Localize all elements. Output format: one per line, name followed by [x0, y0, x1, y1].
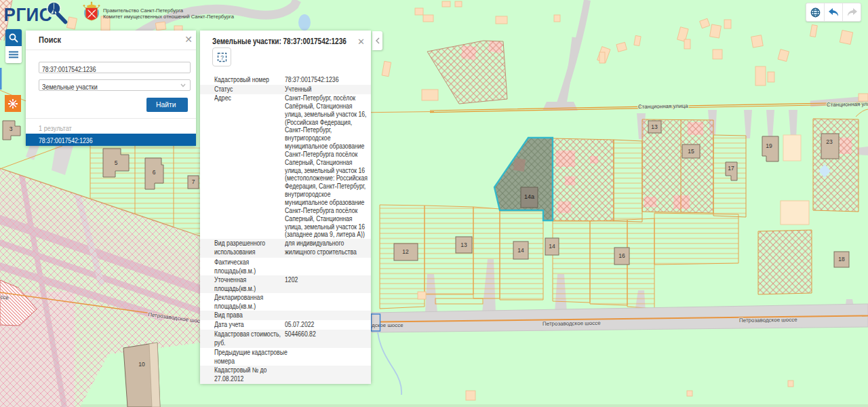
svg-text:6: 6	[153, 169, 156, 176]
svg-text:16: 16	[618, 252, 625, 259]
svg-text:5: 5	[115, 159, 118, 166]
svg-text:15: 15	[688, 148, 694, 155]
svg-text:7: 7	[192, 178, 195, 185]
svg-text:Правительство Санкт-Петербурга: Правительство Санкт-Петербурга	[103, 7, 184, 14]
svg-text:дское шоссе: дское шоссе	[372, 322, 403, 328]
svg-text:13: 13	[460, 241, 467, 248]
svg-text:19: 19	[766, 142, 772, 149]
svg-text:Станционная улица: Станционная улица	[638, 103, 688, 110]
svg-text:12: 12	[402, 248, 409, 255]
svg-text:14: 14	[517, 247, 524, 254]
svg-text:23: 23	[826, 138, 833, 145]
svg-text:17: 17	[728, 165, 734, 172]
svg-text:3: 3	[9, 125, 13, 132]
svg-text:ссе: ссе	[0, 294, 9, 301]
svg-text:14: 14	[549, 243, 555, 250]
svg-text:РГИС: РГИС	[4, 4, 52, 25]
svg-text:Петрозаводское шоссе: Петрозаводское шоссе	[542, 320, 601, 327]
svg-text:?: ?	[220, 54, 224, 61]
svg-text:Станционная ули: Станционная ули	[827, 101, 868, 108]
svg-text:14а: 14а	[524, 193, 534, 200]
svg-text:Комитет имущественных отношени: Комитет имущественных отношений Санкт-Пе…	[103, 14, 235, 20]
svg-text:Петрозаводское шоссе: Петрозаводское шоссе	[739, 317, 797, 324]
svg-text:18: 18	[838, 256, 845, 263]
svg-text:13: 13	[651, 123, 658, 130]
svg-text:10: 10	[138, 361, 145, 368]
